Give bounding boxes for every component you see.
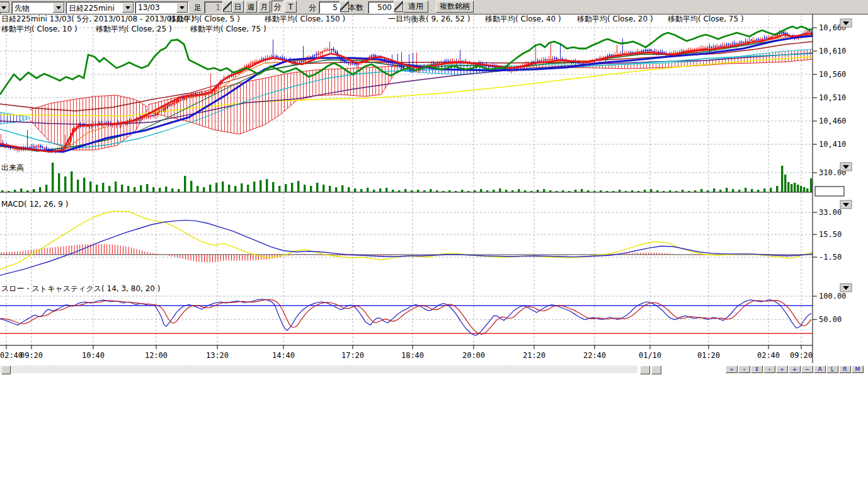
axis-label: 01:20 xyxy=(697,351,720,360)
axis-label: 02:40 xyxy=(757,351,780,360)
axis-label: 18:40 xyxy=(401,351,424,360)
panel-label: 移動平均( Close, 75 ) xyxy=(190,25,266,33)
volume-panel xyxy=(0,163,813,192)
axis-label: 13:20 xyxy=(206,351,229,360)
scroll-mini-button[interactable] xyxy=(640,366,650,374)
axis-label: 10,510 xyxy=(819,93,846,102)
chart-tool-button[interactable]: M xyxy=(852,366,864,373)
axis-label: 15.50 xyxy=(819,230,842,239)
axis-label: 100.00 xyxy=(819,292,846,301)
axis-label: 10,460 xyxy=(819,117,846,125)
horizontal-scrollbar[interactable] xyxy=(0,366,637,373)
axis-label: 50.00 xyxy=(819,315,842,324)
chart-tool-button[interactable]: − xyxy=(801,366,813,373)
panel-label: MACD( 12, 26, 9 ) xyxy=(1,200,68,209)
stochastics-panel xyxy=(0,299,813,335)
axis-label: 10,610 xyxy=(819,47,846,55)
axis-label: 21:20 xyxy=(523,351,545,360)
axis-label: 14:40 xyxy=(272,351,295,360)
axis-label: 22:40 xyxy=(583,351,606,360)
bottom-scroll-strip: «‹↕›»+−ALRM xyxy=(0,364,868,373)
axis-label: 02:40 xyxy=(0,351,23,360)
axis-label: 09:20 xyxy=(790,351,813,360)
panel-label: 移動平均( Close, 5 ) xyxy=(169,14,240,23)
volume-multiplier-box xyxy=(815,187,844,196)
panel-menu-button[interactable] xyxy=(840,19,852,27)
panel-label: 移動平均( Close, 40 ) xyxy=(485,14,561,23)
axis-label: 12:00 xyxy=(145,351,168,360)
chart-tool-button[interactable]: L xyxy=(826,366,838,373)
panel-label: 移動平均( Close, 75 ) xyxy=(668,14,744,23)
scrollbar-thumb[interactable] xyxy=(1,366,11,374)
axis-label: 10,560 xyxy=(819,70,846,79)
chart-tool-button[interactable]: « xyxy=(726,366,738,373)
panel-menu-button[interactable] xyxy=(840,200,852,209)
axis-label: 01/10 xyxy=(639,351,661,360)
axis-label: 17:20 xyxy=(341,351,364,360)
axis-label: 33.00 xyxy=(819,208,842,217)
axis-label: 10,410 xyxy=(819,140,846,149)
panel-label: 日経225mini 13/03( 5分, 2013/01/08 - 2013/0… xyxy=(1,14,194,23)
chart-tool-button[interactable]: ‹ xyxy=(738,366,750,373)
panel-menu-button[interactable] xyxy=(840,284,852,292)
macd-panel xyxy=(0,211,813,275)
chart-application-window: 先物 日経225mini 13/03 足 1 日 週 月 分 T 分 5 本数 … xyxy=(0,0,868,484)
axis-label: -1.50 xyxy=(819,253,842,262)
chart-area[interactable]: 10,66010,61010,56010,51010,46010,410310.… xyxy=(0,0,868,378)
chart-tool-button[interactable]: » xyxy=(776,366,788,373)
panel-label: 移動平均( Close, 150 ) xyxy=(265,14,345,23)
axis-label: 10:40 xyxy=(82,351,105,360)
chart-tool-button[interactable]: R xyxy=(839,366,851,373)
panel-label: 移動平均( Close, 10 ) xyxy=(1,25,77,33)
panel-label: スロー・ストキャスティクス( 14, 3, 80, 20 ) xyxy=(1,284,160,293)
panel-label: 移動平均( Close, 20 ) xyxy=(577,14,653,23)
panel-label: 一目均衡表( 9, 26, 52 ) xyxy=(388,14,470,23)
chart-tool-button[interactable]: › xyxy=(763,366,775,373)
panel-and-legend-labels: 日経225mini 13/03( 5分, 2013/01/08 - 2013/0… xyxy=(1,14,844,293)
axis-label: 20:00 xyxy=(462,351,485,360)
panel-label: 移動平均( Close, 25 ) xyxy=(96,25,172,33)
scroll-mini-button[interactable] xyxy=(651,366,661,374)
panel-label: 出来高 xyxy=(1,163,24,172)
axis-label: 09:20 xyxy=(20,351,43,360)
chart-tool-button[interactable]: + xyxy=(789,366,801,373)
chart-tool-button[interactable]: A xyxy=(814,366,826,373)
chart-tool-button[interactable]: ↕ xyxy=(751,366,763,373)
panel-menu-button[interactable] xyxy=(840,163,852,171)
